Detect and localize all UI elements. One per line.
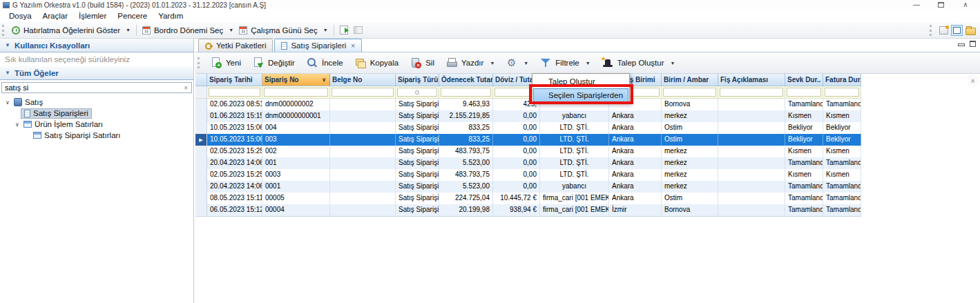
tree-expand-icon[interactable]: ∨ — [14, 121, 21, 128]
cell-isbirimi: Ankara — [609, 134, 662, 146]
filter-cell-fis[interactable] — [718, 86, 785, 99]
chevron-down-icon[interactable]: ▼ — [126, 28, 131, 32]
filter-cell-belge[interactable] — [330, 86, 396, 99]
close-tab-icon[interactable]: × — [351, 42, 355, 50]
table-row[interactable]: 02.06.2023 08:51dnm000000002Satış Sipari… — [195, 99, 861, 110]
tree-item[interactable]: ∨Satış — [0, 97, 193, 108]
filter-input[interactable] — [663, 88, 716, 97]
scrollbar-up-button[interactable]: ∧ — [968, 75, 978, 86]
chevron-down-icon[interactable]: ▼ — [670, 61, 675, 66]
panel-toggle-button[interactable] — [351, 25, 365, 35]
active-view-icon[interactable] — [951, 25, 963, 36]
tree-item-content[interactable]: Satış — [11, 97, 46, 108]
tab-satis-siparisleri[interactable]: Satış Siparişleri × — [274, 39, 362, 52]
chevron-down-icon[interactable]: ▼ — [229, 28, 233, 32]
print-button[interactable]: Yazdır ▼ — [440, 55, 500, 70]
chevron-down-icon[interactable]: ▼ — [490, 61, 494, 66]
filter-button[interactable]: Filtrele ▼ — [534, 55, 595, 70]
filter-input[interactable] — [332, 88, 394, 97]
tree-expand-icon[interactable]: ∨ — [4, 99, 11, 106]
payroll-period-button[interactable]: Bordro Dönemi Seç ▼ — [140, 25, 236, 36]
tree-item-content[interactable]: Ürün İşlem Satırları — [21, 119, 106, 130]
menu-item-3[interactable]: İşlemler — [73, 10, 112, 21]
collapse-arrow-icon[interactable]: ▼ — [5, 70, 10, 76]
filter-cell-tarih[interactable] — [207, 86, 262, 99]
tree-item-content[interactable]: Satış Siparişleri — [21, 108, 92, 119]
toolbar-grip[interactable] — [2, 25, 6, 36]
all-items-header[interactable]: ▼ Tüm Öğeler — [0, 66, 193, 80]
column-header-tutar[interactable]: Ödenecek Tutar — [439, 74, 493, 86]
chevron-down-icon[interactable]: ▼ — [586, 61, 590, 66]
filter-input[interactable] — [825, 88, 859, 97]
collapse-arrow-icon[interactable]: ▼ — [5, 42, 10, 48]
tree-item[interactable]: Satış Siparişleri — [0, 108, 193, 119]
tree-item[interactable]: ∨Ürün İşlem Satırları — [0, 119, 193, 130]
toolbar-grip[interactable] — [198, 57, 201, 68]
minimize-button[interactable]: — — [912, 1, 921, 8]
user-shortcuts-header[interactable]: ▼ Kullanıcı Kısayolları — [0, 39, 193, 52]
filter-input[interactable] — [720, 88, 783, 97]
column-header-no[interactable]: Sipariş No∨ — [262, 74, 330, 86]
menu-item-2[interactable]: Araçlar — [37, 10, 73, 21]
filter-input[interactable] — [264, 88, 328, 97]
collapse-button[interactable]: ∧ — [961, 1, 970, 8]
export-button[interactable] — [337, 24, 351, 36]
table-row[interactable]: ▶10.05.2023 15:06003Satış Siparişi833,25… — [195, 134, 861, 146]
chevron-down-icon[interactable]: ▼ — [523, 61, 528, 66]
filter-input[interactable] — [441, 88, 491, 97]
table-row[interactable]: 08.05.2023 15:1100005Satış Siparişi224.7… — [195, 193, 861, 204]
table-row[interactable]: 20.04.2023 14:06001Satış Siparişi5.523,0… — [195, 157, 861, 169]
new-window-icon[interactable] — [939, 26, 948, 35]
filter-input[interactable] — [787, 88, 821, 97]
filter-input[interactable] — [209, 88, 260, 97]
restore-button[interactable] — [938, 2, 944, 8]
create-request-button[interactable]: ★ Talep Oluştur ▼ — [596, 55, 681, 70]
table-row[interactable]: 10.05.2023 15:06004Satış Siparişi833,250… — [195, 122, 861, 134]
inspect-button[interactable]: İncele — [300, 55, 349, 70]
copy-button[interactable]: Kopyala — [349, 55, 405, 70]
new-button[interactable]: Yeni — [204, 55, 247, 70]
edit-button[interactable]: Değiştir — [247, 55, 300, 70]
filter-cell-tur[interactable] — [396, 86, 439, 99]
delete-button[interactable]: Sil — [404, 55, 440, 70]
table-row[interactable]: 02.05.2023 15:25002Satış Siparişi483.793… — [195, 146, 861, 157]
search-input[interactable] — [2, 83, 180, 92]
filter-cell-no[interactable] — [262, 86, 330, 99]
column-header-tarih[interactable]: Sipariş Tarihi — [207, 74, 262, 86]
show-reminders-button[interactable]: Hatırlatma Öğelerini Göster ▼ — [9, 25, 133, 36]
table-row[interactable]: 02.05.2023 15:250003Satış Siparişi483.79… — [195, 169, 861, 181]
edit-label: Değiştir — [268, 59, 295, 67]
table-row[interactable]: 01.06.2023 15:15dnm00000000001Satış Sipa… — [195, 110, 861, 122]
table-row[interactable]: 06.05.2023 15:1200004Satış Siparişi20.19… — [195, 204, 861, 216]
column-header-ambar[interactable]: Birim / Ambar — [662, 74, 718, 86]
filter-cell-sevk[interactable] — [785, 86, 823, 99]
column-header-fis[interactable]: Fiş Açıklaması — [718, 74, 785, 86]
cell-tutar: 20.199,98 — [439, 204, 493, 216]
workday-button[interactable]: Çalışma Günü Seç ▼ — [236, 25, 330, 36]
column-header-sevk[interactable]: Sevk Dur.. — [785, 74, 823, 86]
filter-cell-tutar[interactable] — [439, 86, 493, 99]
settings-button[interactable]: ⚙ ▼ — [500, 55, 534, 70]
folder-icon[interactable] — [965, 28, 976, 35]
minimize-panel-icon[interactable] — [958, 43, 965, 46]
clear-search-icon[interactable]: × — [180, 84, 191, 92]
menu-item-1[interactable]: Dosya — [3, 10, 37, 21]
chevron-down-icon[interactable]: ▼ — [323, 28, 328, 32]
menu-item-5[interactable]: Yardım — [153, 10, 189, 21]
tree-item-content[interactable]: Satış Siparişi Satırları — [30, 130, 124, 141]
sort-arrow-icon: ∨ — [322, 77, 327, 83]
tree-item[interactable]: Satış Siparişi Satırları — [0, 130, 193, 141]
filter-input[interactable] — [397, 88, 437, 97]
tab-yetki-paketleri[interactable]: Yetki Paketleri — [198, 39, 273, 52]
table-row[interactable]: 20.04.2023 14:060001Satış Siparişi5.523,… — [195, 181, 861, 193]
cell-isbirimi: Ankara — [609, 193, 662, 204]
column-header-tur[interactable]: Sipariş Türü — [396, 74, 439, 86]
filter-cell-ambar[interactable] — [662, 86, 718, 99]
row-indicator-cell — [195, 181, 207, 193]
filter-cell-fatura[interactable] — [823, 86, 861, 99]
menu-item-4[interactable]: Pencere — [112, 10, 153, 21]
maximize-panel-icon[interactable] — [970, 41, 976, 47]
column-header-belge[interactable]: Belge No — [330, 74, 396, 86]
column-header-fatura[interactable]: Fatura Dur.. — [823, 74, 861, 86]
toolbar-grip[interactable] — [930, 25, 933, 36]
